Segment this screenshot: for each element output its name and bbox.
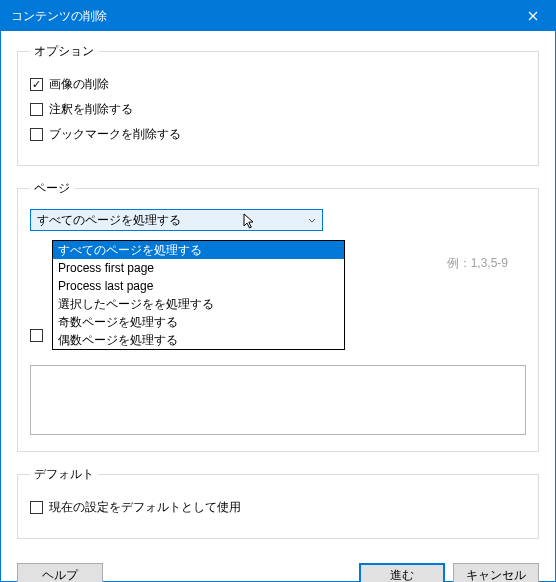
pages-dropdown[interactable]: すべてのページを処理する Process first page Process … (52, 240, 345, 350)
dialog-footer: ヘルプ 進む キャンセル (1, 553, 555, 582)
close-button[interactable] (510, 1, 555, 31)
docinfo-textarea[interactable] (30, 365, 526, 435)
example-hint: 例：1,3,5-9 (447, 255, 508, 272)
delete-bookmarks-checkbox[interactable] (30, 128, 43, 141)
titlebar: コンテンツの削除 (1, 1, 555, 31)
pages-group: ページ すべてのページを処理する すべてのページを処理する Process fi… (17, 180, 539, 452)
dialog-content: オプション 画像の削除 注釈を削除する ブックマークを削除する ページ すべての… (1, 31, 555, 553)
delete-bookmarks-label: ブックマークを削除する (49, 126, 181, 143)
delete-images-label: 画像の削除 (49, 76, 109, 93)
pages-legend: ページ (30, 180, 74, 197)
dropdown-option[interactable]: 偶数ページを処理する (53, 331, 344, 349)
pages-select[interactable]: すべてのページを処理する (30, 209, 323, 231)
proceed-button[interactable]: 進む (359, 563, 445, 582)
delete-annotations-row[interactable]: 注釈を削除する (30, 101, 526, 118)
use-as-default-label: 現在の設定をデフォルトとして使用 (49, 499, 241, 516)
dialog-window: コンテンツの削除 オプション 画像の削除 注釈を削除する ブックマークを削除する… (0, 0, 556, 582)
delete-images-row[interactable]: 画像の削除 (30, 76, 526, 93)
dropdown-option[interactable]: Process first page (53, 259, 344, 277)
delete-bookmarks-row[interactable]: ブックマークを削除する (30, 126, 526, 143)
use-as-default-row[interactable]: 現在の設定をデフォルトとして使用 (30, 499, 526, 516)
defaults-group: デフォルト 現在の設定をデフォルトとして使用 (17, 466, 539, 539)
chevron-down-icon (308, 215, 316, 226)
use-as-default-checkbox[interactable] (30, 501, 43, 514)
dropdown-option[interactable]: 選択したページをを処理する (53, 295, 344, 313)
cancel-button[interactable]: キャンセル (453, 563, 539, 582)
add-docinfo-checkbox[interactable] (30, 329, 43, 342)
options-group: オプション 画像の削除 注釈を削除する ブックマークを削除する (17, 43, 539, 166)
pages-select-value: すべてのページを処理する (37, 212, 308, 229)
delete-images-checkbox[interactable] (30, 78, 43, 91)
dropdown-option[interactable]: 奇数ページを処理する (53, 313, 344, 331)
window-title: コンテンツの削除 (11, 8, 510, 25)
delete-annotations-checkbox[interactable] (30, 103, 43, 116)
delete-annotations-label: 注釈を削除する (49, 101, 133, 118)
options-legend: オプション (30, 43, 98, 60)
dropdown-option[interactable]: Process last page (53, 277, 344, 295)
defaults-legend: デフォルト (30, 466, 98, 483)
dropdown-option[interactable]: すべてのページを処理する (53, 241, 344, 259)
help-button[interactable]: ヘルプ (17, 563, 103, 582)
